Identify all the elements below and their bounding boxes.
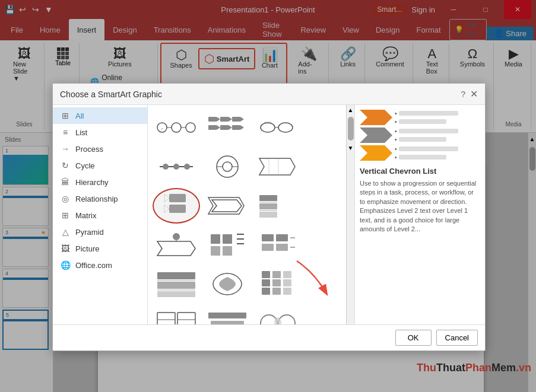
smartart-item-2[interactable]	[204, 110, 251, 145]
svg-point-2	[172, 123, 181, 132]
dialog-scrollbar[interactable]: ▲ ▼	[346, 105, 354, 324]
svg-rect-51	[211, 234, 220, 244]
svg-rect-37	[169, 205, 186, 213]
smartart-svg-1: •	[155, 112, 198, 143]
cycle-icon: ↻	[60, 161, 71, 170]
preview-title: Vertical Chevron List	[360, 167, 480, 176]
process-icon: →	[60, 144, 71, 154]
smartart-item-17[interactable]	[204, 305, 251, 324]
dialog-body: ⊞ All ≡ List → Process ↻ Cycle 🏛 Hierarc…	[53, 105, 485, 324]
svg-marker-48	[157, 241, 195, 256]
svg-rect-59	[262, 244, 274, 251]
svg-marker-106	[360, 110, 392, 125]
smartart-item-9[interactable]	[255, 188, 302, 224]
svg-rect-84	[208, 313, 246, 318]
cat-pyramid[interactable]: △ Pyramid	[53, 224, 147, 240]
bullet-lines-1: • •	[395, 110, 480, 125]
cancel-button[interactable]: Cancel	[436, 330, 478, 346]
smartart-svg-15	[257, 269, 300, 299]
smartart-item-10[interactable]	[153, 227, 200, 263]
svg-rect-54	[223, 246, 232, 256]
smartart-item-5[interactable]	[204, 149, 251, 184]
svg-rect-66	[157, 282, 195, 289]
svg-rect-47	[259, 212, 277, 218]
dialog-footer: OK Cancel	[53, 324, 485, 350]
cat-relationship-label: Relationship	[75, 195, 118, 203]
cat-list-label: List	[75, 128, 87, 137]
svg-rect-58	[262, 234, 274, 241]
cat-picture[interactable]: 🖼 Picture	[53, 240, 147, 257]
svg-rect-10	[232, 117, 240, 122]
cat-office[interactable]: 🌐 Office.com	[53, 257, 147, 273]
dialog-help-btn[interactable]: ?	[461, 90, 465, 99]
svg-line-39	[164, 205, 169, 209]
svg-rect-64	[157, 272, 195, 279]
smartart-svg-2	[206, 112, 249, 143]
smartart-svg-5	[206, 151, 249, 182]
svg-marker-107	[360, 128, 392, 143]
chevron-orange-1	[360, 110, 392, 125]
cat-process-label: Process	[75, 145, 103, 154]
svg-marker-108	[360, 145, 392, 161]
cat-hierarchy[interactable]: 🏛 Hierarchy	[53, 174, 147, 190]
smartart-item-4[interactable]	[153, 149, 200, 184]
smartart-svg-3: ○○○	[257, 112, 300, 143]
chevron-gold	[360, 145, 392, 161]
svg-marker-7	[217, 117, 220, 122]
smartart-item-14[interactable]	[204, 266, 251, 302]
svg-rect-68	[157, 291, 195, 297]
svg-text:○○○: ○○○	[264, 120, 272, 125]
chevron-row-1: • •	[360, 110, 480, 125]
cat-process[interactable]: → Process	[53, 141, 147, 157]
svg-rect-77	[283, 288, 291, 295]
smartart-item-12[interactable]	[255, 227, 302, 263]
smartart-item-13[interactable]	[153, 266, 200, 302]
smartart-item-6[interactable]	[255, 149, 302, 184]
cat-all[interactable]: ⊞ All	[53, 107, 147, 124]
cat-matrix[interactable]: ⊞ Matrix	[53, 207, 147, 224]
svg-rect-70	[262, 279, 270, 286]
smartart-item-11[interactable]	[204, 227, 251, 263]
cat-hierarchy-label: Hierarchy	[75, 178, 109, 187]
cat-pyramid-label: Pyramid	[75, 228, 104, 237]
dialog-title: Choose a SmartArt Graphic	[60, 90, 162, 99]
svg-point-27	[223, 162, 232, 171]
dialog-controls: ? ✕	[461, 88, 478, 100]
svg-rect-61	[276, 244, 288, 251]
cat-cycle-label: Cycle	[75, 161, 95, 170]
cat-list[interactable]: ≡ List	[53, 124, 147, 141]
svg-point-23	[163, 164, 169, 170]
ok-button[interactable]: OK	[395, 330, 432, 346]
smartart-item-8[interactable]	[204, 188, 251, 224]
smartart-item-18[interactable]	[255, 305, 302, 324]
smartart-item-15[interactable]	[255, 266, 302, 302]
svg-rect-73	[272, 279, 281, 286]
office-icon: 🌐	[60, 260, 71, 270]
dialog-scroll-up[interactable]: ▲	[347, 105, 354, 114]
svg-rect-14	[220, 125, 229, 130]
smartart-item-1[interactable]: •	[153, 110, 200, 145]
bullet-lines-2: • •	[395, 128, 480, 143]
smartart-svg-13	[155, 269, 198, 299]
cat-office-label: Office.com	[75, 261, 112, 270]
cat-cycle[interactable]: ↻ Cycle	[53, 157, 147, 174]
smartart-svg-7	[155, 190, 198, 221]
relationship-icon: ◎	[60, 194, 71, 203]
svg-line-40	[164, 209, 169, 213]
smartart-item-3[interactable]: ○○○	[255, 110, 302, 145]
cat-all-label: All	[75, 111, 84, 120]
dialog-close-btn[interactable]: ✕	[470, 88, 478, 100]
smartart-svg-8	[206, 190, 249, 221]
svg-rect-8	[220, 117, 229, 122]
matrix-icon: ⊞	[60, 211, 71, 220]
cat-relationship[interactable]: ◎ Relationship	[53, 190, 147, 207]
svg-rect-43	[259, 195, 277, 201]
dialog-scroll-down[interactable]: ▼	[347, 143, 354, 152]
svg-rect-71	[262, 288, 270, 295]
svg-rect-74	[272, 288, 281, 295]
smartart-item-7-selected[interactable]	[153, 188, 200, 224]
smartart-item-16[interactable]	[153, 305, 200, 324]
preview-description: Use to show a progression or sequential …	[360, 179, 480, 234]
svg-rect-33	[169, 194, 186, 202]
dialog-scroll-thumb[interactable]	[348, 117, 354, 141]
